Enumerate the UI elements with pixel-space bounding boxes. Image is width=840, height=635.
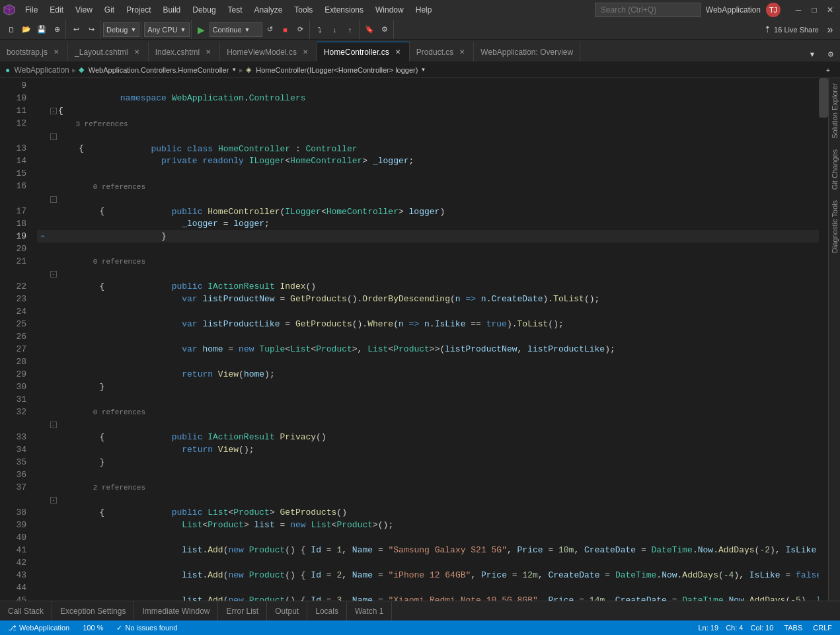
code-line	[37, 468, 819, 481]
minimize-button[interactable]: ─	[791, 3, 806, 17]
status-branch[interactable]: ⎇ WebApplication	[5, 624, 72, 632]
status-position[interactable]: Ln: 19 Ch: 4 Col: 10	[695, 624, 776, 632]
debug-config-dropdown[interactable]: Debug ▼	[103, 22, 139, 37]
settings-button[interactable]: ⚙	[377, 22, 392, 37]
fold-area[interactable]: -	[49, 108, 58, 114]
code-line: }	[37, 456, 819, 468]
menu-extensions[interactable]: Extensions	[319, 4, 369, 16]
redo-button[interactable]: ↪	[84, 22, 98, 37]
bottom-tab-watch-1[interactable]: Watch 1	[347, 601, 393, 620]
menu-git[interactable]: Git	[99, 4, 120, 16]
run-dropdown[interactable]: Continue ▼	[210, 22, 262, 37]
reload-button[interactable]: ↺	[263, 22, 278, 37]
save-all-button[interactable]: ⊕	[50, 22, 64, 37]
bottom-tab-output[interactable]: Output	[267, 601, 307, 620]
bottom-tab-locals[interactable]: Locals	[307, 601, 347, 620]
line-num: 18	[0, 217, 26, 230]
close-tab-bootstrap[interactable]: ✕	[52, 48, 61, 57]
step-over-button[interactable]: ⤵	[313, 22, 327, 37]
tab-index[interactable]: Index.cshtml ✕	[149, 42, 220, 61]
step-out-button[interactable]: ↑	[343, 22, 358, 37]
code-lines[interactable]: namespace WebApplication.Controllers - {…	[32, 78, 819, 601]
breakpoint-area[interactable]	[37, 406, 49, 418]
bottom-tab-exception-settings[interactable]: Exception Settings	[52, 601, 134, 620]
tab-settings-button[interactable]: ⚙	[821, 47, 840, 61]
restore-button[interactable]: □	[807, 3, 821, 17]
tab-homecontroller[interactable]: HomeController.cs ✕	[317, 42, 410, 61]
bookmark-button[interactable]: 🔖	[362, 22, 377, 37]
menu-edit[interactable]: Edit	[44, 4, 69, 16]
menu-help[interactable]: Help	[410, 4, 438, 16]
undo-button[interactable]: ↩	[69, 22, 83, 37]
save-button[interactable]: 💾	[34, 22, 49, 37]
tab-layout[interactable]: _Layout.cshtml ✕	[68, 42, 149, 61]
breakpoint-area[interactable]	[37, 193, 49, 205]
avatar[interactable]: TJ	[766, 3, 781, 17]
bottom-tab-error-list[interactable]: Error List	[218, 601, 267, 620]
liveshare-button[interactable]: ⇡ 16 Live Share	[760, 23, 823, 36]
breakpoint-area[interactable]	[37, 494, 49, 506]
tab-product[interactable]: Product.cs ✕	[410, 42, 475, 61]
menu-build[interactable]: Build	[158, 4, 186, 16]
menu-tools[interactable]: Tools	[289, 4, 318, 16]
status-zoom[interactable]: 100 %	[80, 624, 106, 632]
scrollbar-thumb[interactable]	[819, 78, 828, 118]
bottom-tab-call-stack[interactable]: Call Stack	[0, 601, 52, 620]
stop-button[interactable]: ■	[278, 22, 293, 37]
tab-homeviewmodel[interactable]: HomeViewModel.cs ✕	[220, 42, 317, 61]
sidebar-tab-diagnostic-tools[interactable]: Diagnostic Tools	[829, 195, 840, 258]
fold-area[interactable]: -	[49, 130, 58, 143]
fold-area[interactable]: -	[49, 193, 58, 205]
close-tab-layout[interactable]: ✕	[132, 48, 141, 57]
tab-bootstrap[interactable]: bootstrap.js ✕	[0, 42, 68, 61]
run-button[interactable]: ▶	[194, 22, 209, 37]
menu-analyze[interactable]: Analyze	[249, 4, 288, 16]
search-input[interactable]	[595, 3, 701, 17]
git-branch-icon: ⎇	[8, 624, 17, 632]
breadcrumb-namespace-dropdown[interactable]: ◆ WebApplication.Controllers.HomeControl…	[79, 64, 237, 76]
breakpoint-area[interactable]	[37, 418, 49, 431]
expand-toolbar-button[interactable]: »	[823, 22, 837, 37]
fold-area[interactable]: -	[49, 494, 58, 506]
fold-area[interactable]: -	[49, 418, 58, 431]
menu-project[interactable]: Project	[121, 4, 156, 16]
open-button[interactable]: 📂	[19, 22, 34, 37]
menu-file[interactable]: File	[20, 4, 43, 16]
close-tab-homeviewmodel[interactable]: ✕	[301, 48, 310, 57]
menu-view[interactable]: View	[70, 4, 98, 16]
close-button[interactable]: ✕	[823, 3, 837, 17]
breakpoint-area[interactable]	[37, 130, 49, 143]
breakpoint-area[interactable]	[37, 268, 49, 280]
new-project-button[interactable]: 🗋	[4, 22, 19, 37]
step-into-button[interactable]: ↓	[328, 22, 342, 37]
breakpoint-area[interactable]: ✏	[37, 230, 49, 243]
breakpoint-area[interactable]	[37, 180, 49, 193]
restart-button[interactable]: ⟳	[293, 22, 308, 37]
breakpoint-area[interactable]	[37, 481, 49, 494]
vertical-scrollbar[interactable]	[819, 78, 828, 601]
breadcrumb-project[interactable]: ● WebApplication	[5, 65, 69, 75]
menu-debug[interactable]: Debug	[187, 4, 221, 16]
status-tabs[interactable]: TABS	[781, 624, 805, 632]
close-tab-homecontroller[interactable]: ✕	[393, 48, 402, 57]
line-num: 44	[0, 581, 26, 594]
menu-test[interactable]: Test	[223, 4, 248, 16]
status-encoding[interactable]: CRLF	[810, 624, 835, 632]
breakpoint-area[interactable]	[37, 118, 49, 130]
menu-window[interactable]: Window	[370, 4, 409, 16]
line-num: 42	[0, 556, 26, 569]
sidebar-tab-solution-explorer[interactable]: Solution Explorer	[829, 78, 840, 144]
breadcrumb-member-dropdown[interactable]: ◈ HomeController(ILogger<HomeController>…	[246, 64, 426, 76]
close-tab-product[interactable]: ✕	[457, 48, 467, 57]
fold-area[interactable]: -	[49, 268, 58, 280]
sidebar-tab-git-changes[interactable]: Git Changes	[829, 144, 840, 195]
tab-overview[interactable]: WebApplication: Overview	[474, 42, 580, 61]
breadcrumb-add-button[interactable]: +	[821, 64, 835, 76]
tab-list-button[interactable]: ▼	[803, 47, 821, 61]
status-issues[interactable]: ✓ No issues found	[114, 624, 180, 632]
breakpoint-area[interactable]	[37, 255, 49, 268]
close-tab-index[interactable]: ✕	[204, 48, 213, 57]
ref-label: 0 references	[58, 180, 819, 193]
platform-dropdown[interactable]: Any CPU ▼	[144, 22, 189, 37]
bottom-tab-immediate-window[interactable]: Immediate Window	[134, 601, 218, 620]
